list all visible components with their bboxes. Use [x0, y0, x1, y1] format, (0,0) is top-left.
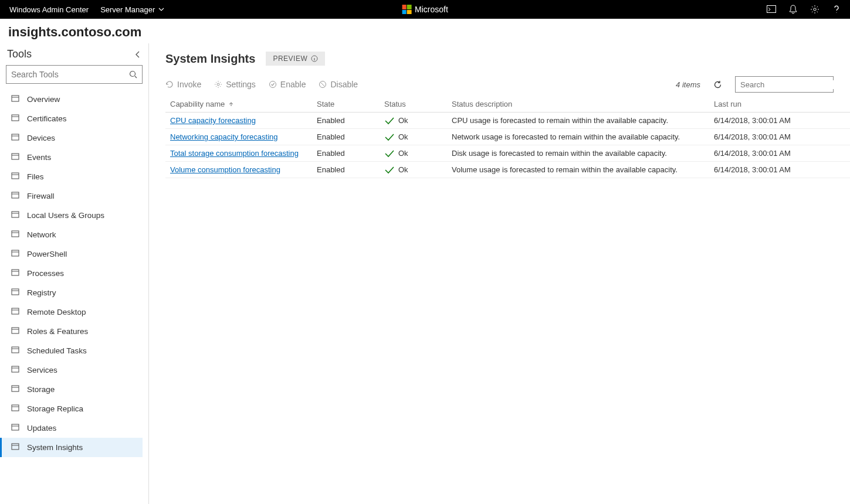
gear-icon	[214, 80, 222, 88]
sidebar-item-services[interactable]: Services	[6, 360, 143, 380]
capabilities-table: Capability name State Status Status desc…	[165, 96, 850, 178]
sidebar-item-label: Services	[27, 366, 57, 374]
sidebar-item-label: Files	[27, 172, 44, 181]
svg-point-23	[217, 83, 219, 86]
sidebar-item-updates[interactable]: Updates	[6, 418, 143, 438]
sidebar-item-scheduled-tasks[interactable]: Scheduled Tasks	[6, 341, 143, 360]
svg-rect-9	[12, 212, 19, 217]
sidebar-item-firewall[interactable]: Firewall	[6, 186, 143, 206]
refresh-button[interactable]	[713, 80, 722, 89]
settings-button[interactable]: Settings	[214, 80, 256, 89]
table-search-input[interactable]	[740, 80, 839, 89]
sidebar-item-storage-replica[interactable]: Storage Replica	[6, 399, 143, 418]
svg-rect-4	[12, 115, 19, 121]
col-capability-name[interactable]: Capability name	[165, 96, 312, 113]
sidebar-item-system-insights[interactable]: System Insights	[0, 438, 143, 457]
check-icon	[384, 166, 395, 174]
sidebar-item-roles-features[interactable]: Roles & Features	[6, 322, 143, 341]
app-brand[interactable]: Windows Admin Center	[9, 5, 89, 14]
description-cell: Network usage is forecasted to remain wi…	[447, 129, 709, 145]
collapse-sidebar-icon[interactable]	[134, 50, 141, 59]
col-state[interactable]: State	[312, 96, 380, 113]
invoke-button[interactable]: Invoke	[165, 80, 201, 89]
disable-button[interactable]: Disable	[319, 80, 358, 89]
sidebar-item-storage[interactable]: Storage	[6, 380, 143, 399]
state-cell: Enabled	[312, 162, 380, 178]
capability-link[interactable]: Volume consumption forecasting	[170, 165, 280, 174]
capability-link[interactable]: Total storage consumption forecasting	[170, 149, 299, 158]
sidebar-item-label: Network	[27, 230, 56, 239]
block-icon	[319, 80, 327, 88]
main-content: System Insights PREVIEW Invoke Settings …	[149, 43, 850, 504]
sidebar-item-certificates[interactable]: Certificates	[6, 109, 143, 128]
microsoft-label: Microsoft	[415, 5, 448, 14]
tools-search[interactable]	[6, 65, 143, 84]
tool-icon	[11, 113, 20, 124]
svg-rect-14	[12, 308, 19, 314]
table-row[interactable]: Volume consumption forecastingEnabledOkV…	[165, 162, 850, 178]
svg-rect-13	[12, 289, 19, 295]
sidebar-item-devices[interactable]: Devices	[6, 128, 143, 148]
sidebar-item-processes[interactable]: Processes	[6, 264, 143, 283]
col-status[interactable]: Status	[380, 96, 447, 113]
notification-icon[interactable]	[789, 5, 797, 14]
tool-icon	[11, 171, 20, 182]
capability-link[interactable]: Networking capacity forecasting	[170, 132, 278, 141]
svg-rect-15	[12, 328, 19, 333]
enable-button[interactable]: Enable	[269, 80, 306, 89]
tool-icon	[11, 307, 20, 318]
table-row[interactable]: CPU capacity forecastingEnabledOkCPU usa…	[165, 113, 850, 129]
sidebar-item-events[interactable]: Events	[6, 148, 143, 167]
settings-icon[interactable]	[810, 5, 819, 14]
sidebar-item-overview[interactable]: Overview	[6, 90, 143, 109]
sidebar-item-registry[interactable]: Registry	[6, 283, 143, 302]
page-title: System Insights	[165, 52, 255, 66]
tools-sidebar: Tools OverviewCertificatesDevicesEventsF…	[0, 43, 149, 504]
sidebar-item-files[interactable]: Files	[6, 167, 143, 186]
sidebar-item-powershell[interactable]: PowerShell	[6, 244, 143, 264]
table-search[interactable]	[735, 76, 834, 93]
microsoft-brand: Microsoft	[402, 5, 448, 14]
col-status-description[interactable]: Status description	[447, 96, 709, 113]
tool-icon	[11, 248, 20, 260]
context-switcher[interactable]: Server Manager	[100, 5, 164, 14]
col-last-run[interactable]: Last run	[709, 96, 850, 113]
sidebar-item-remote-desktop[interactable]: Remote Desktop	[6, 302, 143, 322]
tool-icon	[11, 442, 20, 453]
tool-icon	[11, 190, 20, 202]
sidebar-item-label: Scheduled Tasks	[27, 346, 87, 355]
sidebar-item-label: Registry	[27, 288, 56, 297]
tool-icon	[11, 268, 20, 279]
status-cell: Ok	[384, 165, 442, 174]
sidebar-item-label: Roles & Features	[27, 327, 88, 336]
top-bar: Windows Admin Center Server Manager Micr…	[0, 0, 850, 19]
svg-rect-17	[12, 366, 19, 372]
tool-icon	[11, 287, 20, 298]
sidebar-item-network[interactable]: Network	[6, 225, 143, 244]
help-icon[interactable]	[832, 5, 841, 14]
sidebar-item-label: Updates	[27, 424, 56, 433]
tool-icon	[11, 94, 20, 105]
svg-rect-6	[12, 154, 19, 159]
tool-icon	[11, 423, 20, 434]
capability-link[interactable]: CPU capacity forecasting	[170, 116, 256, 125]
check-icon	[384, 149, 395, 158]
sidebar-item-label: Certificates	[27, 114, 67, 123]
status-cell: Ok	[384, 132, 442, 141]
svg-point-24	[269, 81, 276, 88]
tools-search-input[interactable]	[11, 70, 129, 79]
svg-point-2	[130, 71, 136, 77]
sidebar-item-local-users-groups[interactable]: Local Users & Groups	[6, 206, 143, 225]
svg-rect-3	[12, 96, 19, 101]
search-icon	[129, 70, 137, 79]
sidebar-item-label: Devices	[27, 134, 55, 142]
description-cell: Disk usage is forecasted to remain withi…	[447, 145, 709, 162]
sidebar-item-label: Processes	[27, 269, 64, 278]
item-count: 4 items	[676, 80, 700, 89]
info-icon[interactable]	[311, 55, 318, 62]
console-icon[interactable]	[767, 5, 776, 13]
table-row[interactable]: Total storage consumption forecastingEna…	[165, 145, 850, 162]
description-cell: CPU usage is forecasted to remain within…	[447, 113, 709, 129]
status-cell: Ok	[384, 149, 442, 158]
table-row[interactable]: Networking capacity forecastingEnabledOk…	[165, 129, 850, 145]
